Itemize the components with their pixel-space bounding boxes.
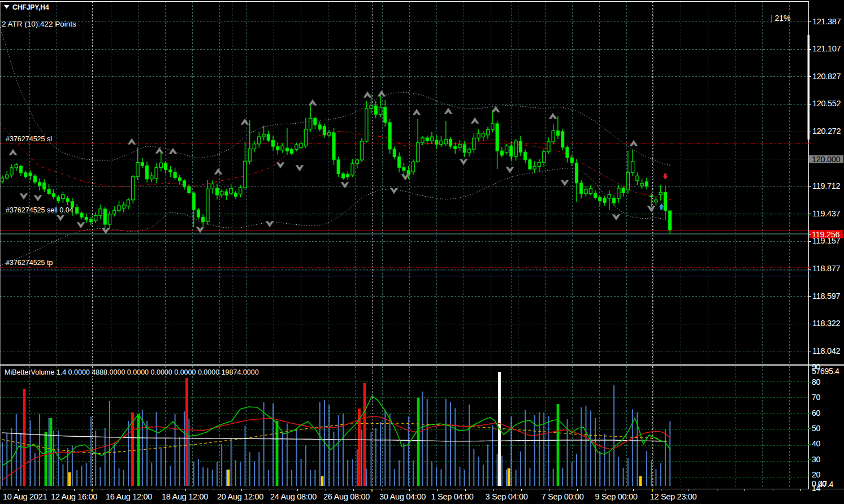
- svg-text:18 Aug 12:00: 18 Aug 12:00: [162, 492, 208, 501]
- svg-text:60: 60: [812, 409, 820, 418]
- svg-text:120.272: 120.272: [812, 127, 841, 136]
- svg-text:10 Aug 2021: 10 Aug 2021: [3, 492, 47, 501]
- svg-text:16 Aug 12:00: 16 Aug 12:00: [106, 492, 152, 501]
- svg-text:119.712: 119.712: [812, 181, 840, 190]
- svg-text:120.827: 120.827: [812, 72, 841, 81]
- svg-text:47.4: 47.4: [819, 480, 834, 489]
- svg-text:118.877: 118.877: [812, 264, 840, 273]
- svg-text:3 Sep 04:00: 3 Sep 04:00: [486, 492, 528, 501]
- svg-text:12 Sep 23:00: 12 Sep 23:00: [650, 492, 697, 501]
- svg-text:1 Sep 04:00: 1 Sep 04:00: [431, 492, 474, 501]
- svg-text:MiBetterVolume 1.4 0.0000 4888: MiBetterVolume 1.4 0.0000 4888.0000 0.00…: [5, 368, 259, 376]
- svg-text:2 ATR (10):422 Points: 2 ATR (10):422 Points: [2, 20, 76, 28]
- svg-text:118.597: 118.597: [812, 292, 840, 301]
- svg-text:24 Aug 08:00: 24 Aug 08:00: [270, 492, 317, 501]
- svg-text:12 Aug 16:00: 12 Aug 16:00: [51, 492, 97, 501]
- svg-text:119.256: 119.256: [812, 230, 839, 239]
- svg-text:14: 14: [812, 484, 820, 493]
- svg-text:40: 40: [812, 439, 820, 448]
- svg-text:30 Aug 04:00: 30 Aug 04:00: [379, 492, 426, 501]
- svg-text:#376274525 sell 0.04: #376274525 sell 0.04: [6, 206, 73, 214]
- svg-text:#376274525 sl: #376274525 sl: [6, 135, 52, 143]
- svg-text:| 21%: | 21%: [771, 14, 791, 23]
- svg-text:57695.4: 57695.4: [812, 367, 839, 376]
- svg-text:80: 80: [812, 377, 820, 386]
- svg-text:9 Sep 00:00: 9 Sep 00:00: [595, 492, 638, 501]
- svg-text:118.322: 118.322: [812, 319, 840, 328]
- svg-text:120.552: 120.552: [812, 99, 841, 108]
- svg-text:7 Sep 00:00: 7 Sep 00:00: [542, 492, 584, 501]
- svg-text:120.000: 120.000: [812, 155, 841, 164]
- svg-text:118.042: 118.042: [812, 346, 840, 355]
- svg-text:119.437: 119.437: [812, 209, 840, 218]
- svg-text:121.107: 121.107: [812, 44, 841, 53]
- svg-text:26 Aug 08:00: 26 Aug 08:00: [323, 492, 370, 501]
- svg-text:50: 50: [812, 424, 820, 433]
- svg-text:#376274525 tp: #376274525 tp: [6, 259, 53, 267]
- svg-text:121.387: 121.387: [812, 17, 841, 26]
- svg-text:20 Aug 12:00: 20 Aug 12:00: [217, 492, 263, 501]
- svg-text:CHFJPY,H4: CHFJPY,H4: [12, 3, 49, 11]
- svg-text:30: 30: [812, 455, 820, 464]
- svg-text:70: 70: [812, 393, 820, 402]
- svg-text:20: 20: [812, 470, 820, 479]
